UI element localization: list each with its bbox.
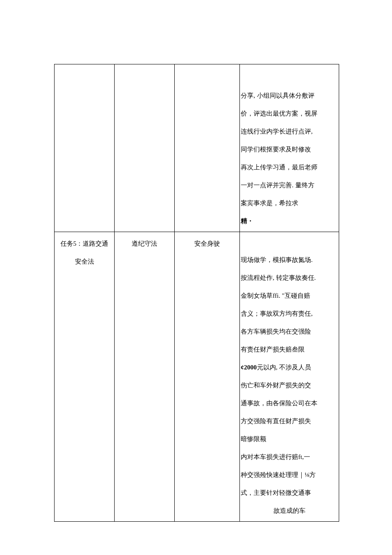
cell-col3 (175, 64, 240, 232)
table-row: 分享, 小组同以具体分敷评 价，评选出最优方案，视屏 连线行业内学长进行点评, … (55, 64, 339, 232)
cell-content: 分享, 小组同以具体分敷评 价，评选出最优方案，视屏 连线行业内学长进行点评, … (240, 64, 339, 232)
text-line: 内对本车损失进行赔ft,一 (241, 448, 338, 466)
content-table: 分享, 小组同以具体分敷评 价，评选出最优方案，视屏 连线行业内学长进行点评, … (54, 64, 339, 522)
text-line: 价，评选出最优方案，视屏 (241, 105, 338, 122)
text-line-bold: 精・ (241, 212, 338, 230)
text-line: 式，主要针对轻微交通事 (241, 484, 338, 502)
col2-text: 遵纪守法 (115, 235, 174, 253)
text-line: 同学们根抠要求及时修改 (241, 140, 338, 158)
text-line: 案宾事求是，希拉求 (241, 194, 338, 212)
task-title-line2: 安全法 (55, 253, 114, 270)
text-line: 金制女场草ffi. "互碰自赔 (241, 287, 338, 305)
text-line: 各方车辆损失均在交强险 (241, 323, 338, 340)
text-after-bold: 元以内, 不涉及人员 (257, 364, 311, 371)
bold-amount: ¢2000 (241, 364, 257, 371)
table-row: 任务5：道路交通 安全法 遵纪守法 安全身驶 现场做学，模拟事故氮场. 按流程处… (55, 232, 339, 522)
col3-text: 安全身驶 (175, 235, 239, 253)
cell-col3: 安全身驶 (175, 232, 240, 522)
text-line: 一对一点评并完善. 量终方 (241, 176, 338, 194)
text-line: 分享, 小组同以具体分敷评 (241, 87, 338, 105)
text-line: 按流程处作, 转定事故奏任. (241, 269, 338, 287)
text-line: 有责任财产损失赔叁限 (241, 340, 338, 358)
cell-col2 (115, 64, 175, 232)
text-line: 伤亡和车外财产损失的交 (241, 376, 338, 394)
cell-task (55, 64, 115, 232)
text-line: 暗惨限额 (241, 430, 338, 448)
cell-col2: 遵纪守法 (115, 232, 175, 522)
text-line: 故造成的车 (241, 502, 338, 520)
text-line: 通事故，由各保险公司在本 (241, 394, 338, 412)
cell-content: 现场做学，模拟事故氮场. 按流程处作, 转定事故奏任. 金制女场草ffi. "互… (240, 232, 339, 522)
text-line: ¢2000元以内, 不涉及人员 (241, 358, 338, 376)
text-line: 种交强殓快速处理理｜⅛方 (241, 466, 338, 484)
text-line: 方交强险有直任财产损失 (241, 412, 338, 430)
text-line: 现场做学，模拟事故氮场. (241, 251, 338, 269)
text-line: 连线行业内学长进行点评, (241, 122, 338, 140)
cell-task: 任务5：道路交通 安全法 (55, 232, 115, 522)
text-line: 含义；事故双方均有责任, (241, 305, 338, 323)
task-title-line1: 任务5：道路交通 (55, 235, 114, 253)
document-page: 分享, 小组同以具体分敷评 价，评选出最优方案，视屏 连线行业内学长进行点评, … (54, 64, 335, 522)
text-line: 再次上传学习通，最后老师 (241, 158, 338, 176)
